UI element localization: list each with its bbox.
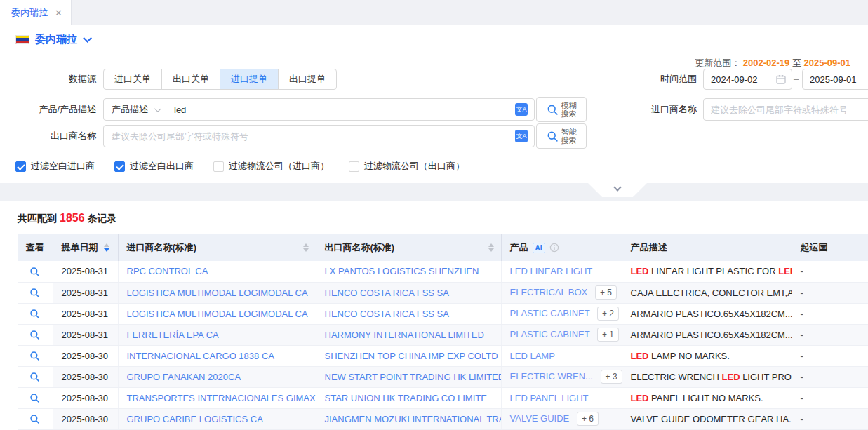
match-count-line: 共匹配到1856条记录 [18, 212, 117, 225]
filter-checkbox[interactable]: 过滤物流公司（出口商） [349, 160, 465, 173]
product-link[interactable]: LED PANEL LIGHT [510, 393, 589, 403]
tab-venezuela[interactable]: 委内瑞拉 ✕ [0, 0, 72, 25]
exporter-cell: SHENZHEN TOP CHINA IMP EXP COLTD [316, 345, 501, 366]
table-body: 2025-08-31 RPC CONTROL CA LX PANTOS LOGI… [18, 261, 868, 429]
end-date-input[interactable]: 2025-09-01 [802, 69, 868, 90]
checkbox-icon[interactable] [15, 161, 26, 172]
importer-link[interactable]: TRANSPORTES INTERNACIONALES GIMAX D [127, 393, 316, 403]
more-products-badge[interactable]: + 5 [595, 285, 617, 300]
data-source-tab[interactable]: 进口提单 [220, 69, 279, 90]
view-record-icon[interactable] [29, 330, 40, 340]
description-cell: ARMARIO PLASTICO.65X45X182CM.... [622, 303, 792, 324]
view-cell [18, 282, 53, 303]
translate-icon[interactable]: 文A [515, 103, 528, 116]
product-link[interactable]: ELECTRICAL BOX [510, 287, 588, 297]
more-products-badge[interactable]: + 3 [601, 370, 622, 384]
more-products-badge[interactable]: + 1 [597, 328, 619, 342]
importer-name-input[interactable] [703, 98, 868, 121]
exporter-link[interactable]: STAR UNION HK TRADING CO LIMITE [325, 393, 487, 403]
description-cell: LED PANEL LIGHT NO MARKS. [622, 387, 792, 408]
fuzzy-search-button[interactable]: 模糊 搜索 [536, 97, 587, 122]
exporter-link[interactable]: HENCO COSTA RICA FSS SA [325, 288, 449, 298]
importer-link[interactable]: RPC CONTROL CA [127, 266, 208, 276]
product-type-select[interactable]: 产品描述 [104, 99, 166, 120]
checkbox-icon[interactable] [349, 161, 359, 172]
bl-date-cell: 2025-08-30 [53, 387, 118, 408]
bl-date-cell: 2025-08-31 [53, 324, 118, 345]
records-table: 查看 提单日期 进口商名称(标准) [18, 234, 868, 430]
view-record-icon[interactable] [29, 372, 40, 382]
close-icon[interactable]: ✕ [55, 8, 62, 18]
start-date-input[interactable]: 2024-09-02 [703, 69, 792, 90]
view-record-icon[interactable] [29, 393, 40, 403]
view-record-icon[interactable] [29, 414, 40, 424]
search-icon [547, 130, 559, 142]
checkbox-label: 过滤空白出口商 [130, 160, 194, 173]
column-exporter: 出口商名称(标准) [316, 234, 501, 261]
exporter-link[interactable]: HENCO COSTA RICA FSS SA [325, 309, 449, 319]
exporter-link[interactable]: SHENZHEN TOP CHINA IMP EXP COLTD [325, 351, 498, 361]
importer-link[interactable]: LOGISTICA MULTIMODAL LOGIMODAL CA [127, 309, 308, 319]
filter-checkbox[interactable]: 过滤空白出口商 [114, 160, 194, 173]
product-link[interactable]: LED LAMP [510, 351, 555, 361]
view-record-icon[interactable] [29, 351, 40, 361]
product-link[interactable]: ELECTRIC WREN... [510, 371, 593, 382]
sort-control[interactable] [488, 243, 494, 252]
view-record-icon[interactable] [29, 309, 40, 319]
exporter-link[interactable]: JIANGMEN MOZUKI INTERNATIONAL TRADE [325, 414, 502, 424]
calendar-icon[interactable] [776, 74, 786, 84]
bl-date-cell: 2025-08-31 [53, 261, 118, 282]
table-row: 2025-08-30 INTERNACIONAL CARGO 1838 CA S… [18, 345, 868, 366]
translate-icon[interactable]: 文A [515, 130, 528, 142]
exporter-name-input[interactable] [104, 126, 515, 147]
view-record-icon[interactable] [29, 288, 40, 298]
exporter-cell: HARMONY INTERNATIONAL LIMITED [316, 324, 501, 345]
data-source-tab[interactable]: 出口提单 [278, 69, 337, 90]
importer-link[interactable]: GRUPO CARIBE LOGISTICS CA [127, 414, 263, 424]
match-suffix: 条记录 [88, 213, 117, 224]
end-date-value: 2025-09-01 [810, 74, 857, 85]
exporter-link[interactable]: NEW START POINT TRADING HK LIMITED [325, 372, 502, 382]
importer-link[interactable]: FERRETERÍA EPA CA [127, 330, 219, 340]
product-link[interactable]: VALVE GUIDE [510, 413, 570, 424]
chevron-down-icon[interactable] [83, 34, 92, 43]
data-source-tab[interactable]: 进口关单 [103, 69, 162, 90]
bl-date-cell: 2025-08-30 [53, 366, 118, 387]
importer-link[interactable]: INTERNACIONAL CARGO 1838 CA [127, 351, 274, 361]
exporter-link[interactable]: LX PANTOS LOGISTICS SHENZHEN [325, 266, 479, 276]
product-link[interactable]: PLASTIC CABINET [510, 308, 590, 318]
importer-link[interactable]: GRUPO FANAKAN 2020CA [127, 372, 241, 382]
importer-cell: TRANSPORTES INTERNACIONALES GIMAX D [118, 387, 316, 408]
bl-date-cell: 2025-08-31 [53, 303, 118, 324]
filter-checkbox[interactable]: 过滤物流公司（进口商） [213, 160, 329, 173]
filter-checkbox[interactable]: 过滤空白进口商 [15, 160, 95, 173]
data-source-tab[interactable]: 出口关单 [161, 69, 220, 90]
table-row: 2025-08-31 RPC CONTROL CA LX PANTOS LOGI… [18, 261, 868, 282]
sort-control[interactable] [104, 243, 109, 252]
more-products-badge[interactable]: + 6 [577, 412, 599, 426]
filter-checkbox-row: 过滤空白进口商过滤空白出口商过滤物流公司（进口商）过滤物流公司（出口商） [15, 160, 465, 173]
checkbox-icon[interactable] [114, 161, 125, 172]
importer-link[interactable]: LOGISTICA MULTIMODAL LOGIMODAL CA [127, 288, 308, 298]
product-input[interactable] [166, 99, 515, 120]
collapse-panel-toggle[interactable] [588, 183, 647, 197]
sort-control[interactable] [303, 243, 309, 252]
more-products-badge[interactable]: + 2 [597, 307, 619, 321]
tab-title: 委内瑞拉 [11, 6, 48, 19]
smart-search-button[interactable]: 智能 搜索 [536, 123, 587, 149]
country-selector-label[interactable]: 委内瑞拉 [35, 33, 77, 46]
view-record-icon[interactable] [29, 267, 40, 277]
product-link[interactable]: PLASTIC CABINET [510, 329, 590, 340]
column-product: 产品 AI [501, 234, 622, 261]
match-count: 1856 [60, 212, 85, 224]
product-link[interactable]: LED LINEAR LIGHT [510, 266, 593, 276]
product-type-value: 产品描述 [112, 103, 148, 116]
checkbox-icon[interactable] [213, 161, 224, 172]
origin-country-cell: - [792, 387, 868, 408]
tab-bar: 委内瑞拉 ✕ [0, 0, 868, 25]
column-importer: 进口商名称(标准) [118, 234, 316, 261]
view-cell [18, 366, 53, 387]
info-icon[interactable] [549, 243, 559, 253]
origin-country-cell: - [792, 282, 868, 303]
exporter-link[interactable]: HARMONY INTERNATIONAL LIMITED [325, 330, 484, 340]
